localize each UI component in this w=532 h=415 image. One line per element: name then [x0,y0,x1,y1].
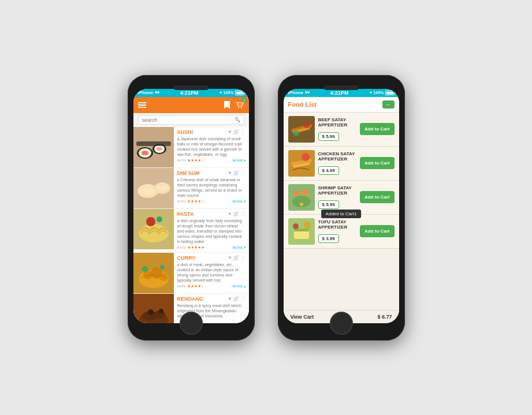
menu-item-footer-sushi: RATE ★★★★☆ MORE ▾ [177,158,245,163]
right-phone: iPhone ▾▾ 4:21PM ✦ 100% Food List ← [278,75,405,341]
svg-rect-9 [136,141,171,146]
view-cart-button[interactable]: View Cart [291,314,314,320]
menu-item-desc-rendang: Rendang is a spicy meat dish which origi… [177,303,245,319]
cart-badge-count: 2 [242,98,247,103]
hamburger-line-3 [138,107,146,108]
cart-badge[interactable]: 2 [235,100,244,110]
chevron-icon-pasta: ▾ [244,245,245,249]
svg-point-24 [142,266,148,272]
back-button[interactable]: ← [382,100,395,109]
cart-icon-curry[interactable]: 🛒 [233,255,239,260]
food-img-pasta [133,209,174,249]
menu-list: SUSHI ♥ 🛒 ⋮ a Japanese dish consisting o… [133,127,249,323]
menu-content-dimsum: DIM SUM ♥ 🛒 ⋮ a Chinese dish of small st… [174,168,249,208]
menu-item-desc-pasta: a dish originally from Italy consisting … [177,218,245,244]
rate-section-sushi: RATE ★★★★☆ [177,158,205,163]
svg-point-44 [303,189,308,195]
menu-item-header-pasta: PASTA ♥ 🛒 ⋮ [177,211,245,217]
cart-icon-rendang[interactable]: 🛒 [233,296,239,301]
price-tag-chicken: $ 4.99 [318,166,339,175]
menu-item-desc-curry: a dish of meat, vegetables, etc., cooked… [177,262,245,283]
carrier-left: iPhone [138,90,154,95]
food-list-title: Food List [288,101,317,108]
menu-item-footer-dimsum: RATE ★★★★☆ MORE ▾ [177,199,245,204]
more-btn-dimsum[interactable]: MORE ▾ [233,199,245,203]
add-to-cart-chicken[interactable]: Add to Cart [360,157,395,169]
left-phone-screen: iPhone ▾▾ 4:21PM ✦ 100% [133,89,249,323]
svg-point-43 [294,190,300,196]
menu-item-title-sushi: SUSHI [177,129,194,135]
svg-point-25 [160,265,165,270]
menu-content-rendang: RENDANG ♥ 🛒 ⋮ Rendang is a spicy meat di… [174,294,249,323]
battery-icon-left [235,91,244,95]
menu-item-curry: CURRY ♥ 🛒 ⋮ a dish of meat, vegetables, … [133,253,249,294]
cart-icon-dimsum[interactable]: 🛒 [233,170,239,175]
battery-percent-left: 100% [224,91,234,95]
rate-label-sushi: RATE [177,159,187,162]
more-icon-pasta[interactable]: ⋮ [241,211,245,216]
svg-point-14 [157,182,168,192]
svg-point-23 [159,273,168,281]
header-icons: 2 [222,100,244,110]
add-to-cart-beef[interactable]: Add to Cart [360,123,395,135]
bluetooth-icon-right: ✦ [369,91,373,95]
more-icon-rendang[interactable]: ⋮ [241,296,245,301]
heart-icon-pasta[interactable]: ♥ [229,211,232,216]
battery-fill-left [236,92,243,94]
food-list-info-chicken: CHICKEN SATAY APPERTIZER $ 4.99 [318,151,356,175]
more-icon-curry[interactable]: ⋮ [241,255,245,260]
left-phone: iPhone ▾▾ 4:21PM ✦ 100% [128,75,255,341]
chevron-icon-curry: ▾ [244,285,245,289]
menu-img-dimsum [133,168,174,208]
more-btn-pasta[interactable]: MORE ▾ [233,245,245,249]
food-list-name-tofu: TOFU SATAY APPERTIZER [318,219,356,230]
svg-point-36 [293,130,299,136]
add-to-cart-tofu[interactable]: Add to Cart [360,225,395,237]
food-img-curry [133,253,174,293]
status-carrier-left: iPhone ▾▾ [138,90,160,95]
menu-item-actions-curry: ♥ 🛒 ⋮ [229,255,245,260]
menu-item-sushi: SUSHI ♥ 🛒 ⋮ a Japanese dish consisting o… [133,127,249,168]
menu-content-curry: CURRY ♥ 🛒 ⋮ a dish of meat, vegetables, … [174,253,249,293]
menu-item-pasta: PASTA ♥ 🛒 ⋮ a dish originally from Italy… [133,209,249,253]
svg-point-18 [157,216,162,222]
status-bar-right: iPhone ▾▾ 4:21PM ✦ 100% [284,89,399,97]
wifi-icon-right: ▾▾ [305,90,310,95]
menu-content-sushi: SUSHI ♥ 🛒 ⋮ a Japanese dish consisting o… [174,127,249,167]
menu-item-header-rendang: RENDANG ♥ 🛒 ⋮ [177,296,245,302]
menu-item-actions-rendang: ♥ 🛒 ⋮ [229,296,245,301]
cart-icon-pasta[interactable]: 🛒 [233,211,239,216]
heart-icon-dimsum[interactable]: ♥ [229,170,232,175]
bookmark-icon[interactable] [222,100,232,110]
more-btn-curry[interactable]: MORE ▾ [233,285,245,289]
add-to-cart-shrimp[interactable]: Add to Cart [360,191,395,203]
heart-icon-rendang[interactable]: ♥ [229,296,232,301]
food-list-img-tofu [288,218,315,245]
more-icon-sushi[interactable]: ⋮ [241,129,245,134]
menu-item-title-rendang: RENDANG [177,296,204,302]
hamburger-icon[interactable] [138,102,146,108]
heart-icon-curry[interactable]: ♥ [229,255,232,260]
carrier-right: iPhone [288,90,304,95]
rate-section-pasta: RATE ★★★★★ [177,245,205,250]
status-right-right: ✦ 100% [369,91,395,95]
price-tag-shrimp: $ 5.99 [318,200,339,209]
svg-point-8 [157,147,162,151]
more-btn-sushi[interactable]: MORE ▾ [233,158,245,162]
menu-item-header-sushi: SUSHI ♥ 🛒 ⋮ [177,129,245,135]
food-list-item-beef: BEEF SATAY APPERTIZER $ 5.99 Add to Cart [284,113,399,147]
food-list-img-chicken [288,150,315,177]
cart-icon-sushi[interactable]: 🛒 [233,129,239,134]
heart-icon-sushi[interactable]: ♥ [229,129,232,134]
view-cart-bar[interactable]: View Cart $ 6.77 [284,310,399,323]
search-input[interactable] [142,117,235,123]
left-header: 2 [133,97,249,113]
menu-item-footer-pasta: RATE ★★★★★ MORE ▾ [177,245,245,250]
more-icon-dimsum[interactable]: ⋮ [241,170,245,175]
stars-curry: ★★★★☆ [187,284,204,289]
price-tag-beef: $ 5.99 [318,132,339,141]
rate-label-dimsum: RATE [177,200,187,203]
food-list-name-chicken: CHICKEN SATAY APPERTIZER [318,151,356,162]
stars-pasta: ★★★★★ [187,245,204,250]
rate-label-curry: RATE [177,285,187,288]
